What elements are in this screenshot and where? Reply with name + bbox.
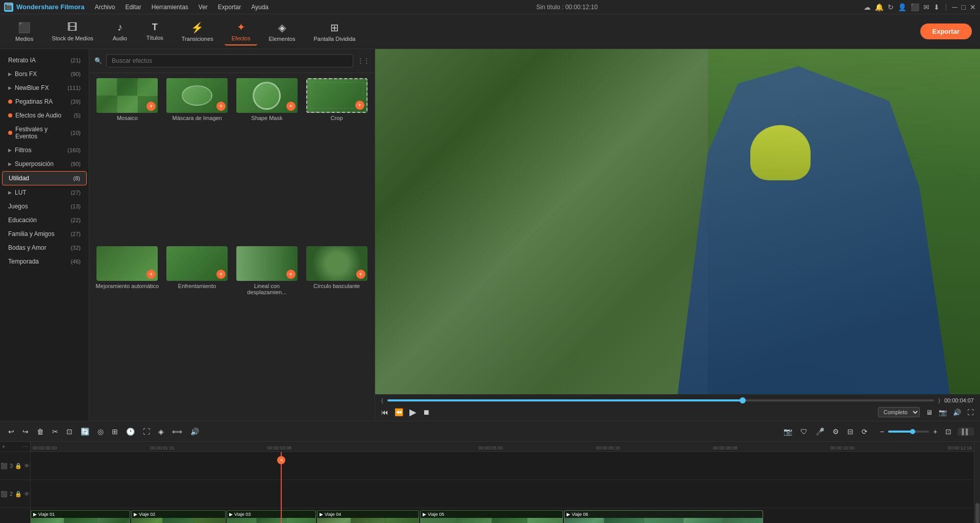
clip-viaje02[interactable]: ▶ Viaje 02 [131, 510, 226, 524]
clip-viaje03[interactable]: ▶ Viaje 03 [227, 510, 316, 524]
fit-btn[interactable]: ⊡ [943, 426, 953, 437]
toolbar-titulos[interactable]: T Títulos [139, 19, 170, 44]
layout-icon[interactable]: ⬛ [911, 3, 919, 11]
quality-select[interactable]: Completo 1/2 1/4 [878, 407, 920, 417]
redo-btn[interactable]: ↪ [20, 426, 31, 437]
clip-viaje04[interactable]: ▶ Viaje 04 [317, 510, 419, 524]
mascara-add-btn[interactable]: + [216, 102, 226, 111]
undo-btn[interactable]: ↩ [6, 426, 16, 437]
effect-circulo[interactable]: + Círculo basculante [304, 246, 370, 416]
shield-btn[interactable]: 🛡 [798, 426, 810, 437]
clip-viaje01[interactable]: ▶ Viaje 01 [31, 510, 130, 524]
menu-ver[interactable]: Ver [197, 3, 210, 12]
audio-tl-btn[interactable]: 🔊 [188, 426, 201, 437]
maximize-btn[interactable]: □ [962, 3, 966, 11]
sidebar-item-utilidad[interactable]: Utilidad (8) [2, 171, 87, 185]
scrollbar-thumb[interactable] [975, 503, 979, 524]
shape-add-btn[interactable]: + [286, 102, 296, 111]
menu-exportar[interactable]: Exportar [216, 3, 243, 12]
cut-btn[interactable]: ✂ [50, 426, 60, 437]
toolbar-pantalla[interactable]: ⊞ Pantalla Dividida [306, 18, 362, 45]
track-options-icon[interactable]: ⋯ [23, 444, 28, 449]
effect-mascara[interactable]: + Máscara de Imagen [164, 78, 230, 242]
minimize-btn[interactable]: ─ [952, 3, 958, 11]
sidebar-item-borsfx[interactable]: ▶ Bors FX (90) [2, 67, 87, 81]
track2-eye[interactable]: 👁 [24, 491, 30, 497]
toolbar-medios[interactable]: ⬛ Medios [8, 18, 40, 45]
cloud-icon[interactable]: ☁ [864, 3, 871, 11]
effect-mosaico[interactable]: + Mosaico [94, 78, 160, 242]
sidebar-item-lut[interactable]: ▶ LUT (27) [2, 186, 87, 199]
search-input[interactable] [106, 54, 353, 67]
volume-icon[interactable]: 🔊 [953, 409, 961, 416]
sidebar-item-festivales[interactable]: Festivales y Eventos (10) [2, 123, 87, 143]
color-btn[interactable]: ◈ [156, 426, 166, 437]
monitor-icon[interactable]: 🖥 [926, 409, 933, 416]
enfrentamiento-add-btn[interactable]: + [216, 270, 226, 279]
zoom-slider[interactable] [888, 431, 929, 433]
expand-tl-btn[interactable]: ⊟ [845, 426, 855, 437]
export-button[interactable]: Exportar [920, 23, 972, 39]
sidebar-item-educacion[interactable]: Educación (22) [2, 213, 87, 227]
skip-back-btn[interactable]: ⏮ [381, 408, 388, 416]
toolbar-transiciones[interactable]: ⚡ Transiciones [175, 18, 220, 45]
sticker-btn[interactable]: ◎ [95, 426, 106, 437]
sidebar-item-familia[interactable]: Familia y Amigos (27) [2, 227, 87, 241]
sidebar-item-pegatinas[interactable]: Pegatinas RA (39) [2, 95, 87, 108]
crop-btn[interactable]: ⊡ [64, 426, 75, 437]
menu-archivo[interactable]: Archivo [92, 3, 117, 12]
fullscreen2-btn[interactable]: ⛶ [141, 426, 152, 437]
toolbar-audio[interactable]: ♪ Audio [105, 18, 135, 44]
effect-lineal[interactable]: + Lineal con desplazamien... [234, 246, 300, 416]
menu-ayuda[interactable]: Ayuda [249, 3, 271, 12]
menu-herramientas[interactable]: Herramientas [150, 3, 190, 12]
grid-view-icon[interactable]: ⋮⋮ [357, 57, 370, 64]
zoom-in-btn[interactable]: + [931, 426, 939, 437]
sidebar-item-bodas[interactable]: Bodas y Amor (32) [2, 241, 87, 254]
timeline-scrollbar[interactable] [974, 442, 980, 523]
cam-btn[interactable]: 📷 [781, 426, 794, 437]
download-icon[interactable]: ⬇ [934, 3, 940, 11]
clip-viaje05[interactable]: ▶ Viaje 05 [420, 510, 563, 524]
crop-add-btn[interactable]: + [355, 101, 364, 110]
mic-btn[interactable]: 🎤 [814, 426, 826, 437]
message-icon[interactable]: ✉ [923, 3, 929, 11]
copy-btn[interactable]: ⊞ [110, 426, 120, 437]
clip-viaje06[interactable]: ▶ Viaje 06 [564, 510, 763, 524]
sidebar-item-temporada[interactable]: Temporada (46) [2, 255, 87, 268]
sidebar-item-juegos[interactable]: Juegos (13) [2, 200, 87, 213]
progress-handle[interactable] [740, 397, 746, 403]
sidebar-item-efectos-audio[interactable]: Efectos de Audio (5) [2, 109, 87, 122]
add-track-icon[interactable]: + [2, 444, 5, 449]
split-btn[interactable]: ⟺ [170, 426, 184, 437]
toolbar-efectos[interactable]: ✦ Efectos [225, 18, 258, 45]
refresh-icon[interactable]: ↻ [888, 3, 894, 11]
notification-icon[interactable]: 🔔 [875, 3, 884, 11]
track3-eye[interactable]: 👁 [24, 463, 30, 469]
menu-editar[interactable]: Editar [123, 3, 143, 12]
user-icon[interactable]: 👤 [898, 3, 906, 11]
toolbar-stock[interactable]: 🎞 Stock de Medios [44, 18, 100, 44]
clock-btn[interactable]: 🕐 [124, 426, 137, 437]
effect-shape[interactable]: + Shape Mask [234, 78, 300, 242]
screenshot-icon[interactable]: 📷 [939, 409, 947, 416]
settings-tl-btn[interactable]: ⚙ [830, 426, 841, 437]
stop-btn[interactable]: ⏹ [423, 408, 430, 416]
delete-btn[interactable]: 🗑 [35, 426, 46, 437]
track2-lock[interactable]: 🔒 [15, 491, 22, 497]
mejoramiento-add-btn[interactable]: + [146, 270, 156, 279]
sidebar-item-filtros[interactable]: ▶ Filtros (160) [2, 144, 87, 157]
effect-enfrentamiento[interactable]: + Enfrentamiento [164, 246, 230, 416]
sidebar-item-newblue[interactable]: ▶ NewBlue FX (111) [2, 81, 87, 94]
sidebar-item-retrato[interactable]: Retrato IA (21) [2, 54, 87, 67]
prev-frame-btn[interactable]: ⏪ [395, 408, 403, 416]
track3-lock[interactable]: 🔒 [15, 463, 22, 469]
effect-mejoramiento[interactable]: + Mejoramiento automático [94, 246, 160, 416]
sidebar-item-superposicion[interactable]: ▶ Superposición (90) [2, 157, 87, 171]
play-btn[interactable]: ▶ [409, 407, 416, 418]
lineal-add-btn[interactable]: + [286, 270, 296, 279]
close-btn[interactable]: ✕ [970, 3, 976, 11]
zoom-out-btn[interactable]: − [878, 426, 886, 437]
progress-bar[interactable] [387, 399, 935, 401]
toolbar-elementos[interactable]: ◈ Elementos [261, 18, 302, 45]
